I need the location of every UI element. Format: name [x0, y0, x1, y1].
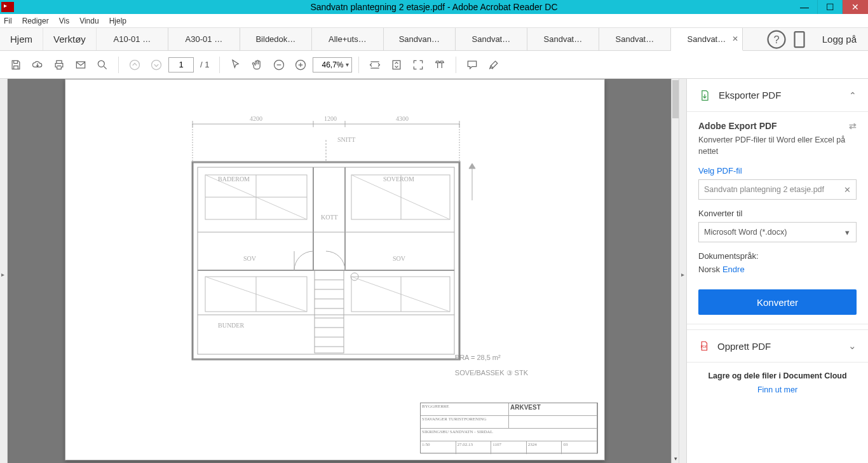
scroll-thumb[interactable]: [672, 80, 679, 118]
doc-tab[interactable]: A10-01 …: [97, 28, 168, 50]
export-title-label: Eksporter PDF: [719, 90, 781, 100]
maximize-button[interactable]: ☐: [817, 0, 843, 14]
expand-right-icon: ▸: [681, 271, 684, 278]
create-pdf-header[interactable]: PDF Opprett PDF ⌄: [687, 329, 868, 363]
change-language-link[interactable]: Endre: [722, 265, 745, 274]
comment-icon[interactable]: [463, 55, 482, 74]
read-mode-icon[interactable]: [430, 55, 449, 74]
help-button[interactable]: ?: [765, 28, 788, 51]
page-total: 1: [205, 60, 209, 69]
fit-page-icon[interactable]: [387, 55, 406, 74]
svg-point-4: [98, 60, 104, 67]
window-title: Sandvatn plantegning 2 etasje.pdf - Adob…: [310, 2, 557, 12]
page-number-input[interactable]: [168, 57, 194, 73]
login-button[interactable]: Logg på: [811, 34, 868, 45]
doc-tab[interactable]: Alle+uts…: [312, 28, 384, 50]
doc-tab[interactable]: Sandvat…: [599, 28, 671, 50]
zoom-value: 46,7%: [322, 60, 343, 69]
svg-rect-32: [315, 270, 344, 353]
doc-tab[interactable]: Sandvan…: [384, 28, 456, 50]
doc-tab[interactable]: A30-01 …: [168, 28, 240, 50]
fullscreen-icon[interactable]: [409, 55, 428, 74]
menu-hjelp[interactable]: Hjelp: [109, 17, 126, 25]
chevron-down-icon: ⌄: [848, 340, 857, 352]
doc-tab-label: Sandvat…: [688, 34, 726, 44]
svg-text:PDF: PDF: [701, 345, 708, 349]
svg-text:SOV: SOV: [243, 255, 257, 262]
doc-language: NorskEndre: [698, 265, 857, 274]
page-up-icon[interactable]: [125, 55, 144, 74]
menu-fil[interactable]: Fil: [4, 17, 12, 25]
svg-text:4300: 4300: [396, 115, 409, 122]
cloud-promo: Lagre og dele filer i Document Cloud Fin…: [687, 363, 868, 403]
doc-tab-active[interactable]: Sandvat…✕: [671, 28, 743, 51]
document-viewer[interactable]: 4200 1200 4300 SNITT KOTT SOV: [8, 79, 679, 463]
print-icon[interactable]: [50, 55, 69, 74]
right-gutter[interactable]: ▸: [679, 79, 686, 463]
menu-bar: Fil Rediger Vis Vindu Hjelp: [0, 14, 868, 28]
svg-text:4200: 4200: [250, 115, 262, 122]
menu-vindu[interactable]: Vindu: [79, 17, 98, 25]
title-bar: Sandvatn plantegning 2 etasje.pdf - Adob…: [0, 0, 868, 14]
page-down-icon[interactable]: [147, 55, 166, 74]
convert-button[interactable]: Konverter: [698, 289, 857, 315]
export-header-label: Adobe Export PDF: [698, 121, 777, 131]
doc-tab[interactable]: Bildedok…: [240, 28, 312, 50]
svg-point-5: [130, 60, 140, 69]
fit-width-icon[interactable]: [365, 55, 384, 74]
export-body: Adobe Export PDF⇄ Konverter PDF-filer ti…: [687, 112, 868, 324]
window-controls: — ☐ ✕: [792, 0, 868, 14]
pointer-icon[interactable]: [226, 55, 245, 74]
convert-to-label: Konverter til: [698, 209, 857, 218]
cloud-more-link[interactable]: Finn ut mer: [698, 385, 857, 394]
doc-tab[interactable]: Sandvat…: [456, 28, 527, 50]
title-block: BYGGHERREARKVEST STAVANGER TURISTFORENIN…: [420, 403, 598, 453]
svg-rect-3: [76, 62, 85, 68]
minimize-button[interactable]: —: [792, 0, 817, 14]
page-total-label: / 1: [200, 60, 209, 69]
svg-text:SNITT: SNITT: [337, 136, 355, 143]
app-icon: [1, 2, 14, 12]
vertical-scrollbar[interactable]: ▴ ▾: [671, 79, 679, 463]
zoom-out-icon[interactable]: [269, 55, 288, 74]
zoom-in-icon[interactable]: [291, 55, 310, 74]
tab-hjem[interactable]: Hjem: [0, 28, 43, 50]
menu-rediger[interactable]: Rediger: [22, 17, 49, 25]
menu-vis[interactable]: Vis: [59, 17, 69, 25]
close-button[interactable]: ✕: [843, 0, 868, 14]
selected-filename: Sandvatn plantegning 2 etasje.pdf: [704, 185, 824, 194]
zoom-dropdown[interactable]: 46,7%: [313, 57, 352, 73]
doc-lang-label: Dokumentspråk:: [698, 251, 857, 261]
hand-icon[interactable]: [248, 55, 267, 74]
svg-text:BUNDER: BUNDER: [218, 322, 244, 329]
chevron-up-icon: ⌃: [849, 90, 857, 100]
selected-file-box[interactable]: Sandvatn plantegning 2 etasje.pdf ✕: [698, 179, 857, 200]
export-pdf-header[interactable]: Eksporter PDF ⌃: [687, 79, 868, 112]
svg-text:BADEROM: BADEROM: [218, 176, 250, 183]
svg-rect-10: [193, 162, 459, 359]
toolbar: / 1 46,7%: [0, 51, 868, 79]
svg-point-6: [152, 60, 161, 69]
clear-file-icon[interactable]: ✕: [844, 185, 851, 195]
close-tab-icon[interactable]: ✕: [732, 34, 738, 43]
cloud-icon[interactable]: [28, 55, 47, 74]
svg-text:SOVEROM: SOVEROM: [383, 176, 414, 183]
svg-text:1200: 1200: [324, 115, 337, 122]
search-icon[interactable]: [93, 55, 112, 74]
main-area: ▸: [0, 79, 868, 463]
device-button[interactable]: [788, 28, 811, 51]
doc-tab[interactable]: Sandvat…: [527, 28, 599, 50]
save-icon[interactable]: [6, 55, 25, 74]
left-gutter[interactable]: ▸: [0, 79, 8, 463]
tools-panel: Eksporter PDF ⌃ Adobe Export PDF⇄ Konver…: [686, 79, 868, 463]
swap-icon[interactable]: ⇄: [849, 121, 857, 131]
svg-text:KOTT: KOTT: [321, 214, 338, 221]
scroll-down-icon[interactable]: ▾: [672, 455, 679, 463]
format-dropdown[interactable]: Microsoft Word (*.docx): [698, 222, 857, 242]
sign-icon[interactable]: [484, 55, 503, 74]
mail-icon[interactable]: [71, 55, 90, 74]
tab-verktoy[interactable]: Verktøy: [43, 28, 97, 50]
format-value: Microsoft Word (*.docx): [704, 228, 787, 237]
select-file-link[interactable]: Velg PDF-fil: [698, 166, 857, 176]
expand-left-icon: ▸: [1, 271, 4, 278]
